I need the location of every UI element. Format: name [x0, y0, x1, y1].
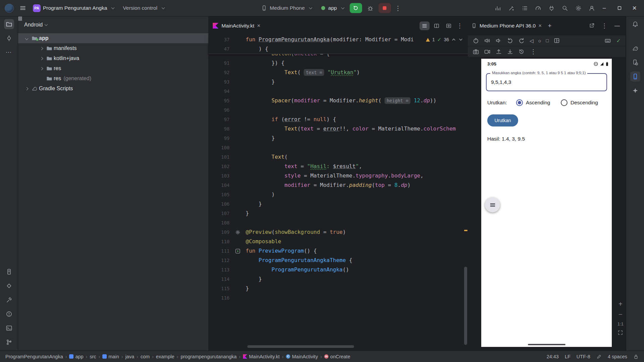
volume-down-icon[interactable] [495, 37, 502, 44]
editor-tab-mainactivity[interactable]: MainActivity.kt [221, 23, 254, 29]
chevron-down-icon[interactable] [25, 37, 28, 40]
chevron-right-icon[interactable] [25, 87, 28, 90]
project-view-selector[interactable]: Android [18, 16, 208, 33]
breadcrumb-item-app[interactable]: app [69, 354, 83, 359]
more-actions-icon[interactable]: ⋮ [393, 3, 403, 13]
gear-gutter-icon[interactable] [230, 230, 246, 235]
save-file-icon[interactable] [507, 48, 513, 55]
power-icon[interactable] [473, 37, 479, 44]
gemini-tool-icon[interactable] [630, 86, 640, 96]
device-tab[interactable]: Medium Phone API 36.0 × [471, 22, 543, 29]
code-line-111[interactable]: 111fun PreviewProgram() { [209, 246, 468, 256]
device-manager-tool-icon[interactable] [630, 57, 640, 67]
breadcrumb-item-mainactivity-kt[interactable]: MainActivity.kt [243, 354, 280, 359]
pen-icon[interactable] [596, 354, 602, 359]
code-line-94[interactable]: 94 [209, 87, 468, 96]
coverage-gauge-icon[interactable] [533, 3, 543, 13]
commit-tool-icon[interactable] [4, 33, 14, 43]
code-line-113[interactable]: 113 ProgramPengurutanAngka() [209, 265, 468, 274]
chevron-right-icon[interactable] [40, 57, 43, 60]
design-view-toggle-icon[interactable] [444, 21, 454, 30]
code-line[interactable]: Button(onClick = { [209, 54, 468, 58]
chevron-right-icon[interactable] [40, 67, 43, 70]
code-line-115[interactable]: 115} [209, 284, 468, 293]
breadcrumb-item-programpengurutanangka[interactable]: ProgramPengurutanAngka [5, 354, 63, 359]
overview-icon[interactable]: □ [546, 38, 549, 43]
problems-tool-icon[interactable] [4, 309, 14, 319]
code-line-114[interactable]: 114 } [209, 274, 468, 284]
code-line-116[interactable]: 116 [209, 293, 468, 303]
push-file-icon[interactable] [495, 48, 502, 55]
code-line-97[interactable]: 97 if (error != null) { [209, 115, 468, 124]
code-line-112[interactable]: 112 ProgramPengurutanAngkaTheme { [209, 256, 468, 265]
inspection-widget[interactable]: 1 ✓ 36 [423, 35, 463, 44]
code-line-92[interactable]: 92 Text( text = "Urutkan") [209, 68, 468, 77]
code-line-100[interactable]: 100 [209, 143, 468, 152]
notifications-bell-icon[interactable] [630, 19, 640, 29]
resource-manager-tool-icon[interactable] [4, 281, 14, 291]
vcs-widget[interactable]: Version control [120, 2, 168, 14]
rotate-left-icon[interactable] [507, 37, 513, 44]
breadcrumb-item-oncreate[interactable]: monCreate [324, 354, 350, 359]
caret-position[interactable]: 24:43 [547, 354, 559, 359]
editor-horizontal-scrollbar[interactable] [247, 345, 354, 348]
snapshot-restore-icon[interactable] [518, 48, 525, 55]
home-icon[interactable]: ○ [538, 38, 541, 43]
indent-indicator[interactable]: 4 spaces [608, 354, 627, 359]
floating-menu-button[interactable] [485, 197, 500, 212]
code-line-98[interactable]: 98 Text(text = error!!, color = Material… [209, 124, 468, 134]
editor-more-options-icon[interactable]: ⋮ [456, 21, 464, 30]
terminal-tool-icon[interactable] [4, 323, 14, 333]
back-icon[interactable]: ◁ [530, 38, 534, 43]
number-input-field[interactable]: Masukkan angka (contoh: 9, 5, 1 atau 9 5… [486, 73, 607, 91]
tree-item-res[interactable]: res [18, 63, 208, 73]
running-devices-tool-icon[interactable] [630, 71, 640, 82]
gradle-tool-icon[interactable] [630, 43, 640, 53]
code-line-109[interactable]: 109@Preview(showBackground = true) [209, 227, 468, 237]
settings-gear-icon[interactable] [573, 3, 583, 13]
panel-options-icon[interactable]: ⋮ [599, 21, 609, 31]
breadcrumb-item-src[interactable]: src [90, 354, 96, 359]
sort-button[interactable]: Urutkan [487, 114, 518, 126]
project-widget[interactable]: PA Program Pengurutan Angka [30, 2, 118, 14]
lock-icon[interactable] [633, 354, 639, 359]
hide-panel-icon[interactable]: — [612, 21, 622, 31]
build-tool-icon[interactable] [4, 295, 14, 305]
breadcrumb-item-java[interactable]: java [125, 354, 134, 359]
tree-item-kotlin-java[interactable]: kotlin+java [18, 53, 208, 63]
split-view-toggle-icon[interactable] [432, 21, 442, 30]
main-menu-icon[interactable] [18, 3, 28, 13]
debug-button[interactable] [364, 3, 377, 13]
run-configuration-selector[interactable]: app [317, 2, 348, 14]
open-in-window-icon[interactable] [587, 21, 597, 31]
code-line-106[interactable]: 106 } [209, 199, 468, 209]
volume-up-icon[interactable] [484, 37, 491, 44]
code-line-108[interactable]: 108 [209, 218, 468, 227]
warning-stripe-mark[interactable] [464, 230, 467, 231]
stop-button[interactable] [379, 3, 391, 13]
ai-assistant-icon[interactable] [506, 3, 516, 13]
code-line-93[interactable]: 93 } [209, 77, 468, 87]
device-selector[interactable]: Medium Phone [258, 2, 315, 14]
code-line-107[interactable]: 107} [209, 209, 468, 218]
logcat-tool-icon[interactable] [4, 267, 14, 277]
hardware-input-icon[interactable] [604, 37, 611, 44]
code-line-47[interactable]: 47 ) { [209, 44, 468, 54]
breadcrumb-item-com[interactable]: com [141, 354, 150, 359]
rerun-button[interactable] [350, 3, 362, 13]
version-control-tool-icon[interactable] [4, 337, 14, 347]
code-area[interactable]: Button(onClick = {91 }) {92 Text( text =… [209, 54, 468, 303]
screenshot-camera-icon[interactable] [473, 48, 479, 55]
gesture-navigation-bar[interactable] [528, 344, 565, 345]
emulator-more-icon[interactable]: ⋮ [530, 48, 537, 55]
encoding-indicator[interactable]: UTF-8 [577, 354, 590, 359]
editor-vertical-scrollbar[interactable] [464, 267, 467, 345]
window-close-button[interactable]: ✕ [627, 0, 642, 16]
tree-item-manifests[interactable]: manifests [18, 43, 208, 53]
rotate-right-icon[interactable] [518, 37, 525, 44]
fold-device-icon[interactable] [553, 37, 560, 44]
radio-ascending-label[interactable]: Ascending [526, 100, 550, 106]
previous-problem-icon[interactable] [451, 37, 456, 42]
preview-gutter-icon[interactable] [230, 249, 246, 254]
tree-item-gradle-scripts[interactable]: Gradle Scripts [18, 84, 208, 94]
